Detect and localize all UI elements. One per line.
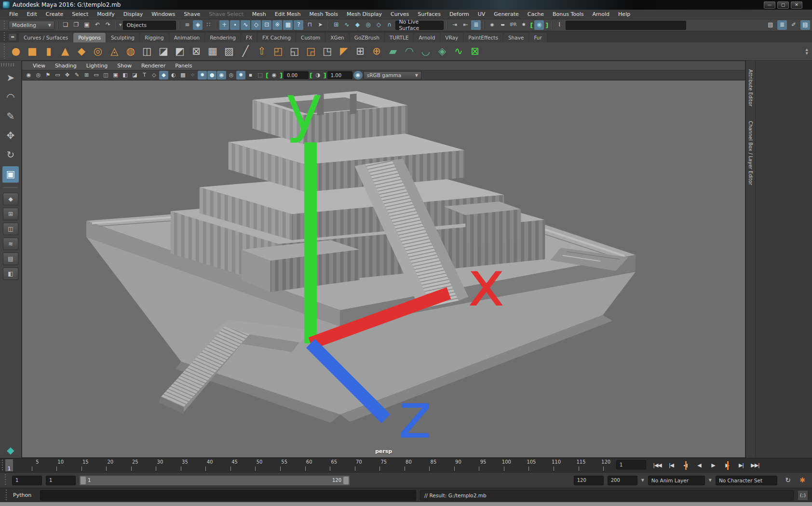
chevron-down-icon[interactable]: ▼: [119, 23, 122, 27]
poly-cone-icon[interactable]: ▲: [57, 44, 73, 59]
step-forward-frame-button[interactable]: ▶|: [735, 461, 747, 470]
planar-mapping-icon[interactable]: ▰: [385, 44, 401, 59]
menu-item[interactable]: Modify: [93, 10, 119, 18]
quad-draw-icon[interactable]: ⊞: [352, 44, 368, 59]
cylindrical-mapping-icon[interactable]: ◠: [402, 44, 417, 59]
smooth-icon[interactable]: ▦: [205, 44, 220, 59]
shelf-tab[interactable]: Polygons: [73, 33, 106, 42]
mask-deformations-icon[interactable]: ⊡: [262, 20, 271, 30]
shelf-tab[interactable]: Sculpting: [106, 33, 139, 42]
shelf-icons-grip[interactable]: [3, 44, 6, 59]
menu-item[interactable]: Curves: [386, 10, 413, 18]
target-weld-icon[interactable]: ⊕: [369, 44, 384, 59]
multi-cut-icon[interactable]: ╱: [238, 44, 253, 59]
menu-item[interactable]: Mesh: [248, 10, 271, 18]
maximize-button[interactable]: ▢: [777, 1, 789, 9]
object-mode-icon[interactable]: ◈: [193, 20, 203, 30]
current-frame-marker[interactable]: 1: [5, 459, 13, 471]
spherical-mapping-icon[interactable]: ◡: [418, 44, 433, 59]
poly-plane-icon[interactable]: ◆: [74, 44, 89, 59]
automatic-mapping-icon[interactable]: ◈: [434, 44, 450, 59]
outliner-persp-layout-button[interactable]: ◫: [3, 223, 18, 235]
mask-curves-icon[interactable]: ∿: [241, 20, 250, 30]
range-slider-grip[interactable]: [4, 474, 7, 486]
shelf-menu-icon[interactable]: ▬: [9, 34, 16, 40]
snap-curve-icon[interactable]: ∿: [342, 20, 352, 30]
poly-cylinder-icon[interactable]: ▮: [41, 44, 56, 59]
snap-point-icon[interactable]: ◆: [352, 20, 362, 30]
ipr-render-icon[interactable]: IPR: [508, 20, 518, 30]
shelf-tab[interactable]: Rigging: [140, 33, 169, 42]
chevron-down-icon[interactable]: ▼: [709, 478, 712, 482]
snap-view-plane-icon[interactable]: ◇: [374, 20, 383, 30]
menu-item[interactable]: Edit Mesh: [271, 10, 305, 18]
mask-points-icon[interactable]: ∙: [230, 20, 240, 30]
reduce-icon[interactable]: ▨: [221, 44, 237, 59]
extract-icon[interactable]: ◩: [172, 44, 188, 59]
viewport-3d[interactable]: y x z persp: [22, 80, 745, 457]
shelf-tab[interactable]: PaintEffects: [463, 33, 503, 42]
menu-item[interactable]: Shave Select: [204, 10, 247, 18]
new-scene-icon[interactable]: ❏: [61, 20, 70, 30]
anim-layer-field[interactable]: No Anim Layer: [648, 476, 705, 485]
component-mode-icon[interactable]: ∷: [203, 20, 213, 30]
play-backwards-button[interactable]: ◀: [693, 461, 705, 470]
selection-mask-field[interactable]: Objects: [123, 21, 176, 30]
command-input[interactable]: [40, 490, 416, 501]
shelf-tab[interactable]: Fur: [529, 33, 546, 42]
menu-item[interactable]: UV: [474, 10, 490, 18]
go-to-end-button[interactable]: ▶▶|: [749, 461, 761, 470]
auto-keyframe-icon[interactable]: ✱: [798, 476, 807, 485]
shelf-tab[interactable]: Animation: [169, 33, 205, 42]
step-forward-key-button[interactable]: ▶: [721, 461, 733, 470]
open-scene-icon[interactable]: ❐: [71, 20, 81, 30]
poly-cube-icon[interactable]: ■: [25, 44, 40, 59]
playback-end-field[interactable]: 120: [574, 476, 604, 485]
append-polygon-icon[interactable]: ◤: [336, 44, 352, 59]
mask-misc-icon[interactable]: ?: [294, 20, 303, 30]
menu-item[interactable]: Windows: [147, 10, 179, 18]
save-scene-icon[interactable]: ▣: [82, 20, 92, 30]
minimize-button[interactable]: —: [764, 1, 775, 9]
playback-range-bar[interactable]: 1 120: [80, 476, 350, 485]
output-connections-icon[interactable]: ⇤: [460, 20, 470, 30]
playback-start-field[interactable]: 1: [46, 476, 76, 485]
bevel-icon[interactable]: ◰: [271, 44, 286, 59]
paint-select-tool[interactable]: ✎: [2, 108, 19, 125]
shelf-tab[interactable]: VRay: [440, 33, 463, 42]
input-connections-icon[interactable]: ⇥: [450, 20, 460, 30]
render-current-frame-icon[interactable]: ▬: [498, 20, 507, 30]
move-tool[interactable]: ✥: [2, 128, 19, 144]
lock-selection-icon[interactable]: ⊓: [305, 20, 314, 30]
menu-item[interactable]: File: [5, 10, 22, 18]
menu-item[interactable]: Create: [41, 10, 68, 18]
menu-item[interactable]: Surfaces: [413, 10, 445, 18]
poly-torus-icon[interactable]: ◎: [90, 44, 106, 59]
cut-uv-edges-icon[interactable]: ⊠: [467, 44, 483, 59]
modeling-toolkit-toggle-icon[interactable]: ▧: [766, 20, 775, 30]
go-to-start-button[interactable]: |◀◀: [651, 461, 663, 470]
mask-rendering-icon[interactable]: ▦: [283, 20, 293, 30]
step-back-frame-button[interactable]: |◀: [665, 461, 677, 470]
mask-surfaces-icon[interactable]: ◇: [251, 20, 261, 30]
animation-end-field[interactable]: 200: [608, 476, 637, 485]
hypershade-layout-button[interactable]: ▤: [3, 253, 18, 265]
character-set-field[interactable]: No Character Set: [716, 476, 777, 485]
persp-graph-layout-button[interactable]: ≋: [3, 238, 18, 250]
undo-icon[interactable]: ↶: [93, 20, 102, 30]
render-settings-icon[interactable]: ✱: [519, 20, 528, 30]
toolbox-grip[interactable]: [1, 63, 15, 67]
scroll-down-icon[interactable]: ▼: [806, 52, 808, 55]
time-slider-grip[interactable]: [1, 460, 4, 471]
timeline-track[interactable]: 1 51015202530354045505560657075808590951…: [5, 458, 610, 472]
shelf-tab[interactable]: Rendering: [205, 33, 241, 42]
mask-dynamics-icon[interactable]: ※: [272, 20, 282, 30]
poly-pyramid-icon[interactable]: ◬: [107, 44, 122, 59]
scroll-up-icon[interactable]: ▲: [806, 48, 808, 51]
status-grip[interactable]: [3, 21, 6, 29]
playback-options-icon[interactable]: ↻: [783, 476, 793, 485]
redo-icon[interactable]: ↷: [103, 20, 113, 30]
command-line-grip[interactable]: [5, 490, 8, 501]
close-button[interactable]: ✕: [791, 1, 802, 9]
snap-grid-icon[interactable]: ⊞: [331, 20, 341, 30]
